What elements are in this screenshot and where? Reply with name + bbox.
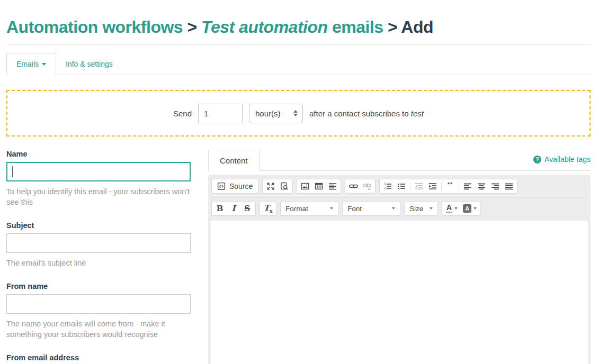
send-condition-prefix: after a contact subscribes to — [309, 109, 409, 118]
size-dropdown[interactable]: Size — [404, 201, 438, 216]
link-icon — [349, 182, 358, 190]
maximize-icon — [266, 182, 275, 190]
preview-icon — [280, 182, 289, 190]
chevron-down-icon — [330, 207, 333, 210]
name-field-group: Name To help you identify this email - y… — [6, 150, 191, 207]
toolbar-separator — [441, 181, 442, 191]
breadcrumb-workflows: Automation workflows — [6, 17, 183, 37]
send-condition-text: after a contact subscribes to test — [309, 109, 424, 118]
subject-input[interactable] — [6, 233, 191, 253]
text-color-button[interactable]: A — [443, 202, 460, 215]
chevron-down-icon — [392, 207, 395, 210]
delay-value-input[interactable] — [198, 104, 243, 123]
bullet-list-button[interactable] — [395, 180, 408, 193]
tab-info-settings[interactable]: Info & settings — [56, 53, 122, 75]
font-dropdown-label: Font — [347, 205, 362, 213]
insert-image-button[interactable] — [298, 180, 312, 193]
text-cursor — [12, 166, 13, 177]
bold-button[interactable]: B — [213, 202, 227, 215]
name-label: Name — [6, 150, 191, 158]
link-group — [345, 179, 376, 194]
remove-format-icon: Tx — [264, 203, 273, 214]
insert-table-button[interactable] — [312, 180, 326, 193]
content-tab-bar: Content ? Available tags — [208, 150, 591, 171]
horizontal-rule-icon — [328, 182, 337, 190]
unlink-button[interactable] — [360, 180, 374, 193]
basicstyles-group: B I S — [211, 201, 256, 216]
align-justify-icon — [505, 182, 513, 190]
insert-group — [297, 179, 341, 194]
unlink-icon — [363, 182, 372, 190]
email-settings-form: Name To help you identify this email - y… — [6, 150, 191, 364]
email-content-section: Content ? Available tags — [208, 150, 591, 364]
format-dropdown[interactable]: Format — [280, 201, 338, 216]
delay-unit-value: hour(s) — [255, 109, 281, 118]
table-icon — [315, 182, 323, 190]
blockquote-icon: ” — [447, 183, 454, 190]
align-center-button[interactable] — [475, 180, 488, 193]
select-spinner-icon — [293, 110, 298, 116]
send-timing-panel: Send hour(s) after a contact subscribes … — [6, 90, 591, 136]
chevron-down-icon — [454, 207, 458, 210]
toolbar-separator — [459, 181, 459, 191]
editor-toolbar-row-1: Source — [211, 177, 588, 198]
horizontal-rule-button[interactable] — [326, 180, 339, 193]
font-dropdown[interactable]: Font — [342, 201, 400, 216]
from-name-field-group: From name The name your emails will come… — [6, 282, 191, 340]
blockquote-button[interactable]: ” — [443, 180, 457, 193]
bullet-list-icon — [397, 182, 406, 190]
from-name-help-text: The name your emails will come from - ma… — [6, 319, 191, 340]
toolbar-separator — [410, 181, 410, 191]
align-right-icon — [491, 182, 499, 190]
breadcrumb-action: Add — [401, 17, 433, 37]
colors-group: A A — [442, 201, 481, 216]
subject-help-text: The email's subject line — [6, 258, 191, 268]
source-button[interactable]: Source — [213, 180, 257, 193]
preview-button[interactable] — [278, 180, 291, 193]
remove-format-letter: T — [264, 203, 270, 213]
available-tags-label: Available tags — [544, 155, 591, 163]
remove-format-button[interactable]: Tx — [261, 202, 275, 215]
align-justify-button[interactable] — [502, 180, 516, 193]
tab-emails[interactable]: Emails — [6, 53, 56, 75]
name-input[interactable] — [6, 162, 191, 181]
from-email-field-group: From email address — [6, 353, 191, 364]
svg-text:2: 2 — [384, 186, 386, 190]
source-group: Source — [211, 179, 258, 194]
format-dropdown-label: Format — [285, 205, 308, 213]
italic-button[interactable]: I — [227, 202, 240, 215]
title-divider — [6, 44, 591, 45]
help-circle-icon: ? — [533, 156, 541, 163]
available-tags-link[interactable]: ? Available tags — [533, 155, 591, 170]
source-button-label: Source — [229, 182, 253, 190]
numbered-list-button[interactable]: 1 2 — [381, 180, 395, 193]
chevron-down-icon — [430, 207, 433, 210]
indent-button[interactable] — [426, 180, 440, 193]
remove-format-sub: x — [270, 208, 272, 214]
align-right-button[interactable] — [488, 180, 502, 193]
size-dropdown-label: Size — [409, 205, 423, 213]
paragraph-group: 1 2 — [379, 179, 517, 194]
strikethrough-button[interactable]: S — [240, 202, 254, 215]
chevron-down-icon — [473, 207, 477, 210]
breadcrumb-workflow-name: Test automation — [201, 17, 327, 37]
editor-content-area[interactable] — [211, 221, 588, 364]
source-icon — [217, 182, 226, 190]
align-left-button[interactable] — [461, 180, 475, 193]
link-button[interactable] — [346, 180, 360, 193]
cleanup-group: Tx — [260, 201, 276, 216]
editor-toolbar-row-2: B I S Tx Fo — [211, 198, 588, 220]
maximize-button[interactable] — [264, 180, 278, 193]
outdent-button[interactable] — [412, 180, 426, 193]
text-color-icon: A — [446, 204, 452, 213]
from-email-label: From email address — [6, 353, 191, 362]
page-title: Automation workflows > Test automation e… — [6, 17, 591, 37]
align-center-icon — [477, 182, 486, 190]
background-color-button[interactable]: A — [460, 202, 479, 215]
from-name-input[interactable] — [6, 294, 191, 314]
tab-content[interactable]: Content — [208, 150, 260, 171]
tab-content-label: Content — [220, 156, 248, 165]
subject-field-group: Subject The email's subject line — [6, 221, 191, 268]
delay-unit-select[interactable]: hour(s) — [249, 104, 303, 123]
from-name-label: From name — [6, 282, 191, 290]
